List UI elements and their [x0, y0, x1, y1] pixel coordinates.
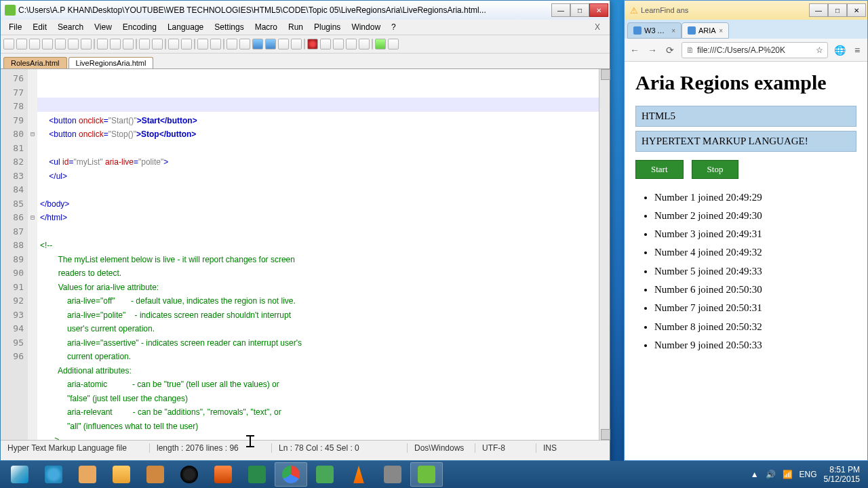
system-tray[interactable]: ▲ 🔊 📶 ENG 8:51 PM 5/12/2015 [751, 465, 865, 485]
chrome-warning-badge[interactable]: LearnFind ans [630, 5, 688, 16]
tool-zoomin-icon[interactable] [197, 39, 208, 49]
menu-macro[interactable]: Macro [250, 21, 283, 33]
tool-save-icon[interactable] [29, 39, 40, 49]
tool-new-icon[interactable] [3, 39, 14, 49]
tool-stop-icon[interactable] [320, 39, 331, 49]
vertical-scrollbar[interactable] [599, 69, 610, 440]
tool-replace-icon[interactable] [181, 39, 192, 49]
stop-button[interactable]: Stop [692, 160, 739, 179]
taskbar-chrome[interactable] [275, 462, 307, 487]
menu-language[interactable]: Language [162, 21, 209, 33]
code-area[interactable]: <button onclick="Start()">Start</button>… [37, 69, 599, 440]
tray-volume-icon[interactable]: 🔊 [766, 470, 776, 479]
chrome-maximize-button[interactable]: □ [828, 3, 847, 17]
tool-undo-icon[interactable] [139, 39, 150, 49]
chrome-menu-button[interactable]: ≡ [851, 44, 863, 56]
tray-clock[interactable]: 8:51 PM 5/12/2015 [824, 465, 860, 485]
tab-close-icon[interactable]: × [719, 27, 723, 35]
tool-unfold-icon[interactable] [291, 39, 302, 49]
taskbar[interactable]: ▲ 🔊 📶 ENG 8:51 PM 5/12/2015 [0, 461, 868, 488]
tray-network-icon[interactable]: 📶 [783, 470, 793, 479]
back-button[interactable]: ← [629, 44, 641, 56]
tool-find-icon[interactable] [168, 39, 179, 49]
tool-misc1-icon[interactable] [375, 39, 386, 49]
taskbar-vlc[interactable] [342, 462, 375, 487]
code-editor[interactable]: 76 77 78 79 80 81 82 83 84 85 86 87 88 8… [1, 68, 610, 440]
menu-plugins[interactable]: Plugins [309, 21, 346, 33]
tool-copy-icon[interactable] [110, 39, 121, 49]
address-bar[interactable]: 🗎 file:///C:/Users/A.P%20K ☆ [682, 42, 828, 58]
file-tab-liveregions[interactable]: LiveRegionsAria.html [68, 57, 154, 68]
extension-icon[interactable]: 🌐 [833, 44, 846, 56]
menu-encoding[interactable]: Encoding [117, 21, 162, 33]
taskbar-app6[interactable] [376, 462, 409, 487]
tool-print-icon[interactable] [81, 39, 92, 49]
chrome-close-button[interactable]: ✕ [847, 3, 866, 17]
chrome-tabstrip: W3 Acce× ARIA× [625, 20, 867, 39]
tool-closeall-icon[interactable] [68, 39, 79, 49]
menu-search[interactable]: Search [52, 21, 89, 33]
tool-redo-icon[interactable] [152, 39, 163, 49]
tray-language[interactable]: ENG [800, 470, 817, 479]
status-eol: Dos\Windows [408, 443, 475, 453]
menu-settings[interactable]: Settings [209, 21, 249, 33]
menu-file[interactable]: File [3, 21, 27, 33]
taskbar-app5[interactable] [309, 462, 341, 487]
tool-paste-icon[interactable] [123, 39, 134, 49]
windows-logo-icon [11, 466, 28, 483]
tool-fold-icon[interactable] [278, 39, 289, 49]
chrome-tab-w3[interactable]: W3 Acce× [627, 22, 682, 39]
tool-wrap-icon[interactable] [226, 39, 237, 49]
start-button[interactable]: Start [635, 160, 684, 179]
menu-edit[interactable]: Edit [27, 21, 52, 33]
bookmark-star-icon[interactable]: ☆ [816, 45, 823, 55]
tool-cut-icon[interactable] [97, 39, 108, 49]
menu-close-x[interactable]: X [588, 22, 607, 32]
info-box-2: HYPERTEXT MARKUP LANGUAGE! [635, 131, 856, 152]
tool-zoomout-icon[interactable] [210, 39, 221, 49]
menu-view[interactable]: View [89, 21, 117, 33]
tool-record-icon[interactable] [307, 39, 318, 49]
tool-play-icon[interactable] [333, 39, 344, 49]
list-item: Number 2 joined 20:49:30 [654, 207, 856, 225]
taskbar-excel[interactable] [241, 462, 273, 487]
chrome-tab-aria[interactable]: ARIA× [682, 22, 729, 39]
minimize-button[interactable]: — [551, 3, 570, 17]
tool-savemacro-icon[interactable] [359, 39, 370, 49]
close-button[interactable]: ✕ [589, 3, 608, 17]
line-gutter: 76 77 78 79 80 81 82 83 84 85 86 87 88 8… [1, 69, 28, 440]
tool-outdent-icon[interactable] [265, 39, 276, 49]
taskbar-app1[interactable] [71, 462, 104, 487]
start-button-taskbar[interactable] [3, 462, 36, 487]
taskbar-npp[interactable] [410, 462, 443, 487]
tool-saveall-icon[interactable] [42, 39, 53, 49]
tool-indent-icon[interactable] [252, 39, 263, 49]
tool-close-icon[interactable] [55, 39, 66, 49]
taskbar-app4[interactable] [207, 462, 239, 487]
taskbar-explorer[interactable] [105, 462, 138, 487]
chrome-titlebar[interactable]: LearnFind ans — □ ✕ [625, 1, 867, 20]
tray-overflow-icon[interactable]: ▲ [751, 470, 759, 479]
taskbar-app2[interactable] [139, 462, 172, 487]
tool-open-icon[interactable] [16, 39, 27, 49]
taskbar-app3[interactable] [173, 462, 205, 487]
npp-file-tabs: RolesAria.html LiveRegionsAria.html [1, 54, 610, 68]
menu-run[interactable]: Run [283, 21, 309, 33]
forward-button[interactable]: → [646, 44, 658, 56]
file-tab-rolesaria[interactable]: RolesAria.html [3, 57, 67, 68]
chrome-minimize-button[interactable]: — [809, 3, 828, 17]
fold-gutter[interactable]: ⊟ ⊟ [28, 69, 37, 440]
taskbar-ie[interactable] [37, 462, 70, 487]
excel-icon [248, 466, 266, 483]
npp-toolbar [1, 35, 610, 54]
reload-button[interactable]: ⟳ [664, 44, 676, 56]
npp-icon [418, 466, 435, 483]
tool-misc2-icon[interactable] [388, 39, 399, 49]
menu-help[interactable]: ? [386, 21, 401, 33]
npp-titlebar[interactable]: C:\Users\A.P KHAN\Desktop\YOUTUBE\WEB TE… [1, 1, 610, 20]
tool-allchars-icon[interactable] [239, 39, 250, 49]
menu-window[interactable]: Window [346, 21, 386, 33]
tool-playmulti-icon[interactable] [346, 39, 357, 49]
maximize-button[interactable]: □ [570, 3, 589, 17]
tab-close-icon[interactable]: × [671, 27, 675, 35]
